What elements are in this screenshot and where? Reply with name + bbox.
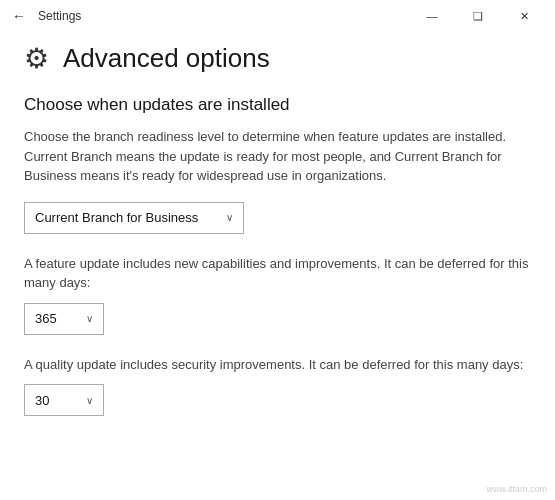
quality-update-dropdown[interactable]: 30 ∨ — [24, 384, 104, 416]
branch-dropdown-arrow: ∨ — [226, 212, 233, 223]
branch-dropdown[interactable]: Current Branch for Business ∨ — [24, 202, 244, 234]
quality-update-description: A quality update includes security impro… — [24, 355, 531, 375]
quality-update-section: A quality update includes security impro… — [24, 355, 531, 417]
quality-update-value: 30 — [35, 393, 49, 408]
page-header: ⚙ Advanced options — [24, 42, 531, 75]
back-button[interactable]: ← — [8, 4, 30, 28]
title-bar-left: ← Settings — [8, 4, 81, 28]
section-description: Choose the branch readiness level to det… — [24, 127, 531, 186]
main-content: ⚙ Advanced options Choose when updates a… — [0, 32, 555, 460]
close-button[interactable]: ✕ — [501, 0, 547, 32]
title-bar-controls: — ❑ ✕ — [409, 0, 547, 32]
title-bar: ← Settings — ❑ ✕ — [0, 0, 555, 32]
feature-update-dropdown[interactable]: 365 ∨ — [24, 303, 104, 335]
quality-update-arrow: ∨ — [86, 395, 93, 406]
title-bar-title: Settings — [38, 9, 81, 23]
watermark: www.ittam.com — [486, 484, 547, 494]
feature-update-description: A feature update includes new capabiliti… — [24, 254, 531, 293]
maximize-button[interactable]: ❑ — [455, 0, 501, 32]
feature-update-arrow: ∨ — [86, 313, 93, 324]
section-heading: Choose when updates are installed — [24, 95, 531, 115]
gear-icon: ⚙ — [24, 42, 49, 75]
page-title: Advanced options — [63, 43, 270, 74]
feature-update-value: 365 — [35, 311, 57, 326]
minimize-button[interactable]: — — [409, 0, 455, 32]
feature-update-section: A feature update includes new capabiliti… — [24, 254, 531, 335]
branch-dropdown-value: Current Branch for Business — [35, 210, 198, 225]
